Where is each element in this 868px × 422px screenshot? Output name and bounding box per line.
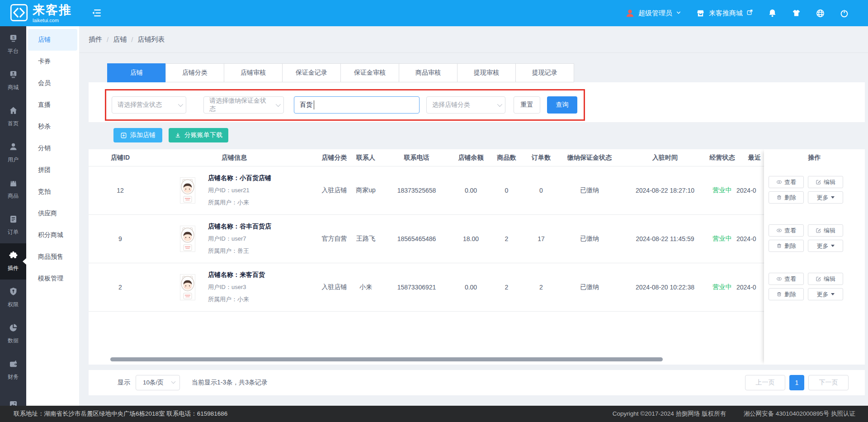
submenu-item[interactable]: 直播 [28, 94, 77, 116]
view-button[interactable]: 查看 [769, 176, 804, 188]
delete-button[interactable]: 删除 [769, 191, 804, 204]
goods-count-cell: 0 [488, 166, 525, 214]
breadcrumb-item[interactable]: 店铺 [113, 35, 127, 44]
query-button[interactable]: 查询 [547, 96, 577, 114]
submenu-item[interactable]: 分销 [28, 138, 77, 159]
shop-id-cell: 9 [89, 215, 152, 263]
tab-item[interactable]: 保证金记录 [282, 63, 341, 82]
logo-domain: laiketui.com [33, 18, 72, 23]
sidebar-item-users[interactable]: 用户 [0, 135, 26, 171]
business-status-cell: 营业中 [708, 215, 736, 263]
mall-link[interactable]: 来客推商城 [696, 9, 753, 18]
view-button[interactable]: 查看 [769, 224, 804, 237]
edit-button[interactable]: 编辑 [808, 176, 843, 188]
pagination-info: 当前显示1-3条，共3条记录 [192, 379, 268, 387]
admin-user-menu[interactable]: 超级管理员 [625, 9, 681, 18]
shop-id-cell: 2 [89, 263, 152, 311]
submenu-item[interactable]: 模板管理 [28, 268, 77, 289]
app-logo[interactable]: 来客推 laiketui.com [10, 4, 72, 24]
delete-button[interactable]: 删除 [769, 240, 804, 252]
phone-cell: 18565465486 [379, 215, 454, 263]
submenu-item[interactable]: 拼团 [28, 159, 77, 181]
tab-item[interactable]: 保证金审核 [340, 63, 399, 82]
sidebar-item-mall[interactable]: 商城 [0, 62, 26, 99]
tshirt-icon[interactable] [792, 9, 801, 18]
edit-button[interactable]: 编辑 [808, 224, 843, 237]
tab-item[interactable]: 提现审核 [457, 63, 516, 82]
tab-item[interactable]: 店铺 [107, 63, 166, 82]
shop-owner: 小来 [237, 199, 249, 206]
submenu-item[interactable]: 积分商城 [28, 224, 77, 246]
sidebar-item-goods[interactable]: 商品 [0, 171, 26, 207]
goods-count-cell: 2 [488, 215, 525, 263]
more-button[interactable]: 更多 [808, 191, 843, 204]
view-button[interactable]: 查看 [769, 273, 804, 285]
shop-search-input[interactable] [294, 96, 420, 114]
breadcrumb-item[interactable]: 店铺列表 [137, 35, 165, 44]
current-page-button[interactable]: 1 [789, 375, 804, 390]
next-page-button[interactable]: 下一页 [808, 375, 849, 390]
horizontal-scrollbar-thumb[interactable] [110, 357, 663, 361]
shop-info-cell: 店铺名称：谷丰百货店 用户ID：user7 所属用户：兽王 [152, 215, 316, 263]
permission-shield-icon [9, 287, 18, 298]
table-row: 2 [89, 263, 865, 312]
submenu-item[interactable]: 供应商 [28, 203, 77, 224]
goods-bag-icon [9, 178, 18, 190]
tab-item[interactable]: 店铺分类 [165, 63, 224, 82]
sidebar-item-orders[interactable]: 订单 [0, 207, 26, 243]
submenu-item[interactable]: 会员 [28, 72, 77, 94]
business-status-cell: 营业中 [708, 263, 736, 311]
more-button[interactable]: 更多 [808, 288, 843, 300]
tab-item[interactable]: 提现记录 [515, 63, 574, 82]
data-pie-icon [9, 323, 18, 334]
sidebar-item-plugins[interactable]: 插件 [0, 243, 26, 280]
page-size-select[interactable]: 10条/页 [136, 375, 180, 390]
shop-category-cell: 官方自营 [316, 215, 352, 263]
edit-button[interactable]: 编辑 [808, 273, 843, 285]
logo-brackets-icon [10, 4, 28, 24]
finance-wallet-icon [9, 359, 18, 370]
submenu-item[interactable]: 竞拍 [28, 181, 77, 203]
sidebar-item-permissions[interactable]: 权限 [0, 280, 26, 316]
sidebar-item-finance[interactable]: 财务 [0, 352, 26, 388]
footer-police-record[interactable]: 湘公网安备 43010402000895号 执照认证 [743, 410, 855, 418]
more-button[interactable]: 更多 [808, 240, 843, 252]
submenu-item[interactable]: 商品预售 [28, 246, 77, 268]
reset-button[interactable]: 重置 [514, 96, 540, 114]
caret-down-icon [831, 245, 835, 247]
contact-cell: 商家up [352, 166, 379, 214]
top-header-bar: 来客推 laiketui.com 超级管理员 来客推商城 [0, 0, 868, 26]
breadcrumb-divider [80, 52, 868, 53]
user-icon [9, 142, 18, 153]
download-statement-button[interactable]: 分账账单下载 [169, 128, 228, 142]
business-status-cell: 营业中 [708, 166, 736, 214]
submenu-item[interactable]: 卡券 [28, 51, 77, 72]
sidebar-item-data[interactable]: 数据 [0, 316, 26, 352]
collapse-menu-icon[interactable] [91, 8, 102, 18]
footer-copyright: Copyright ©2017-2024 拾捌网络 版权所有 [613, 410, 726, 418]
shop-avatar [180, 274, 195, 300]
power-icon[interactable] [840, 9, 849, 18]
add-shop-button[interactable]: 添加店铺 [113, 128, 162, 142]
delete-button[interactable]: 删除 [769, 288, 804, 300]
shop-category-select[interactable]: 选择店铺分类 [426, 96, 505, 114]
globe-icon[interactable] [816, 9, 825, 18]
sidebar-item-home[interactable]: 首页 [0, 99, 26, 135]
pagination-bar: 显示 10条/页 当前显示1-3条，共3条记录 上一页 1 下一页 [89, 370, 865, 395]
orders-count-cell: 2 [525, 263, 557, 311]
deposit-status-select[interactable]: 请选择缴纳保证金状态 [203, 96, 284, 114]
breadcrumb-item[interactable]: 插件 [89, 35, 102, 44]
prev-page-button[interactable]: 上一页 [745, 375, 785, 390]
eye-icon [776, 276, 782, 282]
notification-bell-icon[interactable] [768, 9, 777, 18]
balance-cell: 18.00 [454, 215, 488, 263]
submenu-item[interactable]: 店铺 [28, 29, 77, 51]
business-status-select[interactable]: 请选择营业状态 [112, 96, 186, 114]
tab-item[interactable]: 店铺审核 [224, 63, 283, 82]
sidebar-item-platform[interactable]: S 平台 [0, 26, 26, 62]
orders-count-cell: 17 [525, 215, 557, 263]
tab-item[interactable]: 商品审核 [399, 63, 458, 82]
svg-text:S: S [12, 35, 14, 40]
submenu-item[interactable]: 秒杀 [28, 116, 77, 138]
join-time-cell: 2024-08-22 11:45:59 [622, 215, 708, 263]
